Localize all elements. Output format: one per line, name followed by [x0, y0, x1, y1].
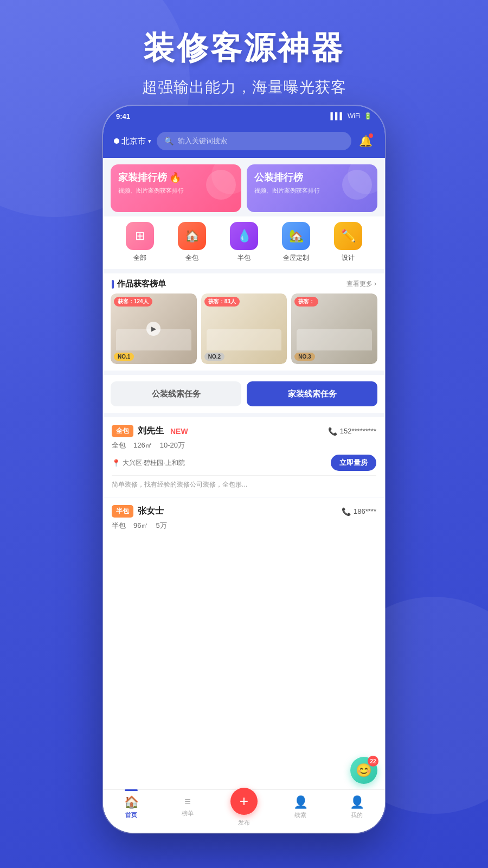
status-icons: ▌▌▌ WiFi 🔋 — [330, 112, 372, 120]
cat-custom[interactable]: 🏡 全屋定制 — [282, 222, 310, 263]
notification-button[interactable]: 🔔 — [357, 132, 374, 150]
hero-title: 装修客源神器 — [0, 0, 488, 69]
cat-all-icon: ⊞ — [126, 222, 154, 250]
lead-details-1: 全包 126㎡ 10-20万 — [112, 441, 376, 450]
app-header: 北京市 ▾ 🔍 输入关键词搜索 🔔 — [103, 126, 385, 158]
works-row: ▶ 获客：124人 NO.1 获客：83人 NO.2 — [103, 293, 385, 371]
nav-home[interactable]: 🏠 首页 — [103, 795, 159, 819]
wifi-icon: WiFi — [348, 112, 361, 120]
lead-detail-type-1: 全包 — [112, 441, 126, 450]
lead-phone-2[interactable]: 📞 186**** — [342, 507, 376, 516]
lead-phone-number-1: 152********* — [340, 427, 376, 435]
cat-design-icon: ✏️ — [334, 222, 362, 250]
works-more-link[interactable]: 查看更多 › — [346, 279, 376, 289]
status-bar: 9:41 ▌▌▌ WiFi 🔋 — [103, 106, 385, 126]
chevron-down-icon: ▾ — [148, 138, 151, 145]
cat-banbao-label: 半包 — [237, 253, 251, 263]
lead-area-2: 96㎡ — [133, 521, 148, 531]
work-card-1[interactable]: ▶ 获客：124人 NO.1 — [111, 293, 197, 364]
location-text: 北京市 — [121, 136, 146, 146]
cat-quanbao-icon: 🏠 — [178, 222, 206, 250]
cat-banbao-icon: 💧 — [230, 222, 258, 250]
hero-subtitle: 超强输出能力，海量曝光获客 — [0, 77, 488, 98]
work-badge-3: 获客： — [294, 297, 318, 307]
lead-location-text-1: 大兴区·碧桂园·上和院 — [123, 458, 185, 468]
lead-card-2: 半包 张女士 📞 186**** 半包 96㎡ 5万 — [103, 497, 385, 542]
lead-left-2: 半包 张女士 — [112, 505, 164, 518]
ranking-nav-icon: ≡ — [184, 795, 191, 808]
lead-area-1: 126㎡ — [133, 441, 152, 450]
leads-nav-label: 线索 — [294, 811, 306, 819]
banner-row: 家装排行榜 🔥 视频、图片案例获客排行 公装排行榜 视频、图片案例获客排行 — [103, 158, 385, 216]
title-bar-decoration — [112, 280, 114, 289]
location-dot-icon — [114, 138, 119, 144]
gongzhuang-banner[interactable]: 公装排行榜 视频、图片案例获客排行 — [247, 164, 377, 212]
battery-icon: 🔋 — [364, 112, 372, 120]
cat-banbao[interactable]: 💧 半包 — [230, 222, 258, 263]
works-title: 作品获客榜单 — [112, 279, 166, 289]
lead-detail-type-2: 半包 — [112, 521, 126, 531]
plus-icon: + — [240, 793, 248, 810]
cat-custom-icon: 🏡 — [282, 222, 310, 250]
home-icon: 🏠 — [185, 229, 200, 243]
room-decoration-3 — [297, 329, 372, 350]
leads-nav-icon: 👤 — [293, 795, 308, 809]
fire-icon: 🔥 — [169, 171, 181, 183]
mine-nav-label: 我的 — [351, 811, 363, 819]
publish-button[interactable]: + — [230, 788, 258, 815]
tab-row: 公装线索任务 家装线索任务 — [111, 381, 377, 406]
nav-ranking[interactable]: ≡ 榜单 — [159, 795, 216, 818]
publish-nav-label: 发布 — [238, 819, 250, 827]
cat-quanbao[interactable]: 🏠 全包 — [178, 222, 206, 263]
jiazhuang-banner[interactable]: 家装排行榜 🔥 视频、图片案例获客排行 — [111, 164, 241, 212]
cat-design[interactable]: ✏️ 设计 — [334, 222, 362, 263]
lead-phone-number-2: 186**** — [354, 507, 376, 515]
location-button[interactable]: 北京市 ▾ — [114, 136, 151, 146]
lead-details-2: 半包 96㎡ 5万 — [112, 521, 376, 531]
nav-publish[interactable]: + 发布 — [216, 795, 272, 827]
lead-budget-1: 10-20万 — [160, 441, 185, 450]
home-nav-label: 首页 — [125, 811, 137, 819]
measure-button-1[interactable]: 立即量房 — [331, 455, 376, 471]
pencil-icon: ✏️ — [341, 229, 356, 243]
lead-desc-1: 简单装修，找有经验的装修公司装修，全包形... — [112, 475, 376, 489]
work-rank-3: NO.3 — [294, 353, 314, 361]
ranking-nav-label: 榜单 — [182, 809, 194, 818]
lead-name-1: 刘先生 — [138, 425, 164, 437]
cat-all-label: 全部 — [133, 253, 146, 263]
lead-location-row-1: 📍 大兴区·碧桂园·上和院 立即量房 — [112, 455, 376, 471]
lead-type-badge-2: 半包 — [112, 505, 133, 518]
lead-phone-1[interactable]: 📞 152********* — [328, 427, 376, 436]
chat-icon: 😊 — [356, 763, 372, 778]
tab-section: 公装线索任务 家装线索任务 — [103, 375, 385, 413]
cat-custom-label: 全屋定制 — [283, 253, 309, 263]
search-placeholder: 输入关键词搜索 — [178, 136, 227, 146]
nav-mine[interactable]: 👤 我的 — [329, 795, 385, 819]
lead-budget-2: 5万 — [156, 521, 166, 531]
work-card-2[interactable]: 获客：83人 NO.2 — [201, 293, 287, 364]
lead-location-1: 📍 大兴区·碧桂园·上和院 — [112, 458, 185, 468]
work-card-3[interactable]: 获客： NO.3 — [291, 293, 377, 364]
phone-frame: 9:41 ▌▌▌ WiFi 🔋 北京市 ▾ 🔍 输入关键词搜索 🔔 — [103, 106, 385, 833]
lead-card-1: 全包 刘先生 NEW 📞 152********* 全包 126㎡ 10-20万 — [103, 417, 385, 497]
tab-gongzhuang[interactable]: 公装线索任务 — [111, 381, 241, 406]
lead-header-1: 全包 刘先生 NEW 📞 152********* — [112, 425, 376, 437]
phone-mockup: 9:41 ▌▌▌ WiFi 🔋 北京市 ▾ 🔍 输入关键词搜索 🔔 — [103, 106, 385, 833]
house-custom-icon: 🏡 — [289, 229, 304, 243]
cat-all[interactable]: ⊞ 全部 — [126, 222, 154, 263]
cat-quanbao-label: 全包 — [185, 253, 198, 263]
play-icon: ▶ — [146, 322, 160, 336]
chat-bubble-button[interactable]: 😊 22 — [350, 757, 377, 784]
mine-nav-icon: 👤 — [350, 795, 364, 809]
nav-active-indicator — [125, 789, 138, 791]
search-bar[interactable]: 🔍 输入关键词搜索 — [157, 132, 351, 150]
nav-leads[interactable]: 👤 线索 — [272, 795, 329, 819]
search-icon: 🔍 — [164, 137, 174, 145]
drop-icon: 💧 — [237, 229, 252, 243]
tab-jiazhuang[interactable]: 家装线索任务 — [247, 381, 377, 406]
chat-badge: 22 — [368, 756, 378, 767]
content-area: 家装排行榜 🔥 视频、图片案例获客排行 公装排行榜 视频、图片案例获客排行 ⊞ — [103, 158, 385, 542]
signal-icon: ▌▌▌ — [330, 112, 344, 120]
work-rank-2: NO.2 — [204, 353, 224, 361]
phone-icon-1: 📞 — [328, 427, 337, 436]
